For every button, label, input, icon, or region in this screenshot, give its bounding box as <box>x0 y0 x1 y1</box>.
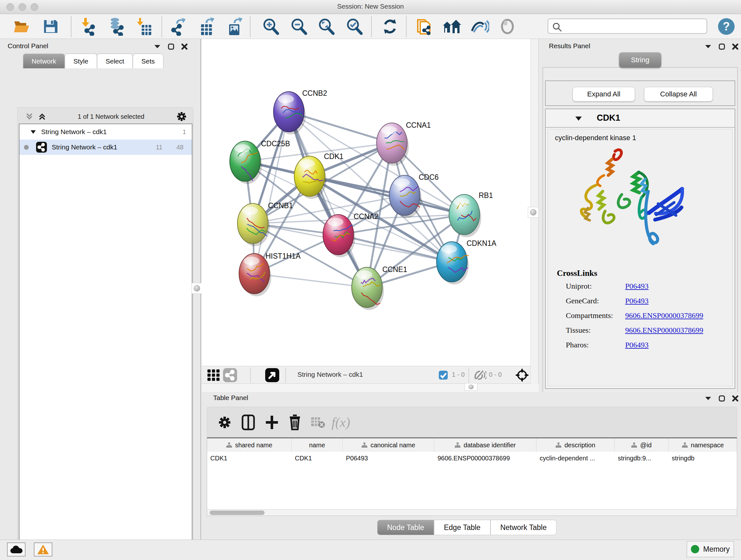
save-session-icon[interactable] <box>40 17 61 37</box>
network-share-view-icon[interactable] <box>223 368 238 382</box>
crosslink-link[interactable]: P06493 <box>625 297 649 305</box>
tab-string-results[interactable]: String <box>619 52 661 68</box>
collapse-all-button[interactable]: Collapse All <box>644 87 713 102</box>
node-ccne1[interactable]: CCNE1 <box>352 265 407 310</box>
share-document-icon[interactable] <box>414 17 434 37</box>
show-columns-icon[interactable] <box>239 413 258 432</box>
tree-expander-icon[interactable] <box>30 130 36 134</box>
column-header-name[interactable]: name <box>292 438 343 452</box>
gene-expander-icon[interactable] <box>575 116 582 121</box>
close-panel-icon[interactable] <box>732 395 738 401</box>
add-column-icon[interactable] <box>262 413 282 432</box>
crosslink-link[interactable]: P06493 <box>625 282 649 291</box>
warning-button[interactable] <box>34 543 52 557</box>
selected-nodes-checkbox-icon[interactable] <box>439 370 448 380</box>
collapse-panel-icon[interactable] <box>704 396 712 401</box>
zoom-selected-icon[interactable] <box>344 17 364 37</box>
column-header--id[interactable]: @id <box>615 438 669 452</box>
collapse-panel-icon[interactable] <box>154 44 161 49</box>
import-network-file-icon[interactable] <box>78 17 99 37</box>
column-header-description[interactable]: description <box>536 438 615 452</box>
float-panel-icon[interactable] <box>719 44 725 50</box>
column-type-icon <box>226 442 232 448</box>
edge-ccnb2-ccne1[interactable] <box>289 112 367 287</box>
column-header-canonical-name[interactable]: canonical name <box>343 438 434 452</box>
tab-select[interactable]: Select <box>97 54 133 68</box>
analyzer-icon[interactable] <box>497 17 518 37</box>
table-horizontal-scrollbar[interactable] <box>207 509 737 516</box>
refresh-icon[interactable] <box>380 17 400 37</box>
node-rb1[interactable]: RB1 <box>449 191 493 237</box>
crosslink-link[interactable]: P06493 <box>625 341 649 349</box>
cell-5[interactable]: stringdb:9... <box>615 452 669 464</box>
zoom-in-icon[interactable] <box>260 17 281 37</box>
hidden-elements-eye-icon[interactable] <box>474 370 486 380</box>
right-splitter-handle[interactable] <box>528 207 539 218</box>
cell-4[interactable]: cyclin-dependent ... <box>536 452 615 464</box>
crosslink-link[interactable]: 9606.ENSP00000378699 <box>625 311 703 320</box>
help-icon[interactable]: ? <box>716 17 737 37</box>
cell-0[interactable]: CDK1 <box>207 452 292 464</box>
float-panel-icon[interactable] <box>168 44 174 50</box>
tab-edge-table[interactable]: Edge Table <box>434 520 490 535</box>
scrollbar-thumb[interactable] <box>210 510 265 515</box>
zoom-out-icon[interactable] <box>288 17 309 37</box>
tab-network-table[interactable]: Network Table <box>490 520 556 535</box>
column-header-database-identifier[interactable]: database identifier <box>434 438 536 452</box>
import-network-database-icon[interactable] <box>106 17 126 37</box>
column-header-namespace[interactable]: namespace <box>669 438 737 452</box>
float-panel-icon[interactable] <box>719 395 725 401</box>
node-hist1h1a[interactable]: HIST1H1A <box>239 252 301 296</box>
show-graphics-icon[interactable] <box>470 17 490 37</box>
navigate-crosshair-icon[interactable] <box>515 368 529 382</box>
delete-table-icon[interactable] <box>308 413 328 432</box>
search-input[interactable] <box>565 20 703 32</box>
cell-3[interactable]: 9606.ENSP00000378699 <box>434 452 536 464</box>
memory-button[interactable]: Memory <box>687 541 734 557</box>
left-splitter-handle[interactable] <box>192 283 202 294</box>
import-table-icon[interactable] <box>133 17 154 37</box>
crosslink-link[interactable]: 9606.ENSP00000378699 <box>625 326 703 334</box>
tab-node-table[interactable]: Node Table <box>377 520 434 535</box>
export-image-icon[interactable] <box>225 17 245 37</box>
edge-ccnb2-hist1h1a[interactable] <box>254 112 289 273</box>
zoom-fit-icon[interactable] <box>316 17 336 37</box>
edge-hist1h1a-ccne1[interactable] <box>254 273 367 287</box>
home-pages-icon[interactable] <box>442 17 463 37</box>
node-ccnb2[interactable]: CCNB2 <box>273 89 327 134</box>
cell-6[interactable]: stringdb <box>669 452 737 464</box>
function-builder-icon[interactable]: f(x) <box>331 413 351 432</box>
string-network-graph[interactable]: CCNB2CCNA1CDC25BCDK1CDC6RB1CCNB1CCNA2CDK… <box>202 39 530 366</box>
node-cdc25b[interactable]: CDC25B <box>230 139 290 184</box>
table-options-gear-icon[interactable] <box>215 413 234 432</box>
network-options-gear-icon[interactable] <box>176 111 187 122</box>
expand-all-button[interactable]: Expand All <box>572 87 635 102</box>
node-ccnb1[interactable]: CCNB1 <box>238 201 293 246</box>
network-canvas[interactable]: CCNB2CCNA1CDC25BCDK1CDC6RB1CCNB1CCNA2CDK… <box>202 39 530 392</box>
network-row[interactable]: String Network – cdk1 11 48 <box>19 139 192 155</box>
cloud-status-button[interactable] <box>7 543 25 557</box>
open-session-icon[interactable] <box>11 17 32 37</box>
gene-card-header[interactable]: CDK1 <box>546 109 735 128</box>
tab-sets[interactable]: Sets <box>133 54 163 68</box>
column-header-shared-name[interactable]: shared name <box>207 438 292 452</box>
grid-view-icon[interactable] <box>207 368 221 382</box>
node-table: shared namenamecanonical namedatabase id… <box>207 437 737 516</box>
node-ccna1[interactable]: CCNA1 <box>377 121 431 166</box>
expand-all-networks-icon[interactable] <box>38 112 46 121</box>
bottom-splitter-handle[interactable] <box>465 383 477 391</box>
cell-2[interactable]: P06493 <box>343 452 434 464</box>
tab-style[interactable]: Style <box>65 54 97 68</box>
close-panel-icon[interactable] <box>732 44 738 50</box>
birds-eye-view-icon[interactable] <box>265 368 280 382</box>
network-collection-row[interactable]: String Network – cdk1 1 <box>19 124 192 139</box>
collapse-panel-icon[interactable] <box>704 44 712 49</box>
tab-network[interactable]: Network <box>23 54 65 68</box>
cell-1[interactable]: CDK1 <box>292 452 343 464</box>
delete-column-trash-icon[interactable] <box>285 413 305 432</box>
export-network-icon[interactable] <box>169 17 189 37</box>
close-panel-icon[interactable] <box>181 44 188 50</box>
node-cdkn1a[interactable]: CDKN1A <box>436 239 496 285</box>
export-table-icon[interactable] <box>197 17 217 37</box>
collapse-all-networks-icon[interactable] <box>25 112 33 121</box>
